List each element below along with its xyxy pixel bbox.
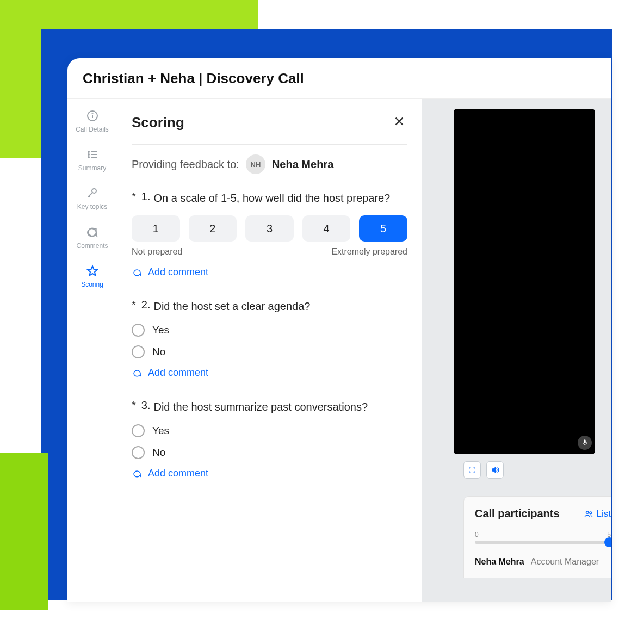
radio-yes[interactable]: Yes — [132, 324, 407, 337]
radio-yes[interactable]: Yes — [132, 424, 407, 437]
participants-list-link[interactable]: List — [584, 509, 611, 519]
question-text: On a scale of 1-5, how well did the host… — [153, 190, 390, 206]
svg-marker-12 — [88, 266, 97, 276]
scale-high-label: Extremely prepared — [331, 247, 407, 257]
svg-point-15 — [586, 511, 589, 513]
svg-point-4 — [88, 154, 89, 155]
page-title: Christian + Neha | Discovery Call — [83, 70, 304, 87]
feedback-recipient: Providing feedback to: NH Neha Mehra — [132, 154, 407, 174]
star-icon — [85, 264, 100, 278]
key-icon — [85, 186, 99, 200]
radio-no[interactable]: No — [132, 446, 407, 459]
feedback-label: Providing feedback to: — [132, 158, 239, 171]
radio-no[interactable]: No — [132, 345, 407, 358]
participants-card: Call participants List 0 5 Neha Mehra Ac — [463, 496, 611, 578]
add-comment-label: Add comment — [148, 367, 208, 379]
add-comment-button[interactable]: Add comment — [132, 267, 407, 278]
participants-heading: Call participants — [475, 507, 560, 520]
slider-handle[interactable] — [604, 537, 611, 547]
comment-icon — [132, 468, 143, 479]
close-icon[interactable] — [391, 112, 407, 133]
scale-low-label: Not prepared — [132, 247, 182, 257]
question-2: * 2. Did the host set a clear agenda? Ye… — [132, 299, 407, 379]
app-window: Christian + Neha | Discovery Call Call D… — [67, 58, 611, 602]
add-comment-label: Add comment — [148, 267, 208, 278]
svg-point-16 — [589, 511, 591, 513]
add-comment-label: Add comment — [148, 468, 208, 479]
sidebar: Call Details Summary Key topics Comments — [67, 99, 117, 602]
avatar: NH — [246, 154, 265, 174]
radio-icon — [132, 424, 145, 437]
svg-point-9 — [92, 189, 96, 193]
list-icon — [85, 147, 100, 162]
radio-label: No — [152, 346, 165, 358]
add-comment-button[interactable]: Add comment — [132, 367, 407, 379]
question-3: * 3. Did the host summarize past convers… — [132, 399, 407, 479]
talk-time-slider[interactable]: 0 5 — [475, 531, 611, 548]
radio-icon — [132, 446, 145, 459]
radio-icon — [132, 345, 145, 358]
scoring-panel: Scoring Providing feedback to: NH Neha M… — [117, 99, 422, 602]
scale-option-5[interactable]: 5 — [359, 215, 407, 242]
scale-group: 1 2 3 4 5 — [132, 215, 407, 242]
sidebar-item-key-topics[interactable]: Key topics — [77, 186, 107, 210]
scale-option-4[interactable]: 4 — [302, 215, 351, 242]
scale-option-2[interactable]: 2 — [189, 215, 237, 242]
comment-icon — [132, 368, 143, 379]
required-asterisk: * — [132, 190, 136, 206]
participant-name: Neha Mehra — [475, 557, 524, 567]
add-comment-button[interactable]: Add comment — [132, 468, 407, 479]
feedback-name: Neha Mehra — [272, 158, 333, 171]
radio-label: Yes — [152, 425, 169, 437]
sidebar-item-comments[interactable]: Comments — [76, 225, 108, 250]
sidebar-item-scoring[interactable]: Scoring — [81, 264, 103, 288]
volume-button[interactable] — [486, 461, 504, 479]
svg-line-10 — [88, 193, 92, 197]
titlebar: Christian + Neha | Discovery Call — [67, 58, 611, 99]
list-label: List — [597, 509, 611, 519]
video-controls — [463, 461, 504, 479]
chat-icon — [85, 225, 99, 239]
question-number: 2. — [141, 299, 151, 314]
radio-label: Yes — [152, 324, 169, 336]
panel-header: Scoring — [132, 112, 407, 145]
microphone-icon — [578, 436, 592, 450]
main-area: Call Details Summary Key topics Comments — [67, 99, 611, 602]
radio-icon — [132, 324, 145, 337]
sidebar-item-label: Comments — [76, 243, 108, 250]
sidebar-item-label: Call Details — [76, 126, 109, 133]
question-text: Did the host summarize past conversation… — [153, 399, 368, 414]
video-player[interactable]: Chris — [454, 109, 595, 454]
question-number: 3. — [141, 399, 151, 414]
question-number: 1. — [141, 190, 151, 206]
sidebar-item-summary[interactable]: Summary — [78, 147, 106, 172]
participant-role: Account Manager — [531, 557, 599, 567]
scale-option-1[interactable]: 1 — [132, 215, 180, 242]
sidebar-item-call-details[interactable]: Call Details — [76, 109, 109, 133]
people-icon — [584, 509, 593, 519]
scale-option-3[interactable]: 3 — [245, 215, 294, 242]
decorative-block-green2 — [0, 453, 48, 610]
video-pane: Chris Call participants — [422, 99, 611, 602]
sidebar-item-label: Scoring — [81, 281, 103, 288]
slider-min: 0 — [475, 531, 479, 538]
required-asterisk: * — [132, 399, 136, 414]
radio-label: No — [152, 447, 165, 459]
sidebar-item-label: Summary — [78, 165, 106, 172]
panel-heading: Scoring — [132, 114, 184, 131]
comment-icon — [132, 267, 143, 278]
svg-point-5 — [88, 157, 89, 158]
question-text: Did the host set a clear agenda? — [153, 299, 310, 314]
scale-legend: Not prepared Extremely prepared — [132, 247, 407, 257]
svg-point-2 — [92, 113, 92, 114]
svg-point-3 — [88, 151, 89, 152]
question-1: * 1. On a scale of 1-5, how well did the… — [132, 190, 407, 278]
fullscreen-button[interactable] — [463, 461, 481, 479]
participant-row: Neha Mehra Account Manager — [475, 557, 611, 567]
sidebar-item-label: Key topics — [77, 203, 107, 210]
info-icon — [85, 109, 100, 123]
required-asterisk: * — [132, 299, 136, 314]
